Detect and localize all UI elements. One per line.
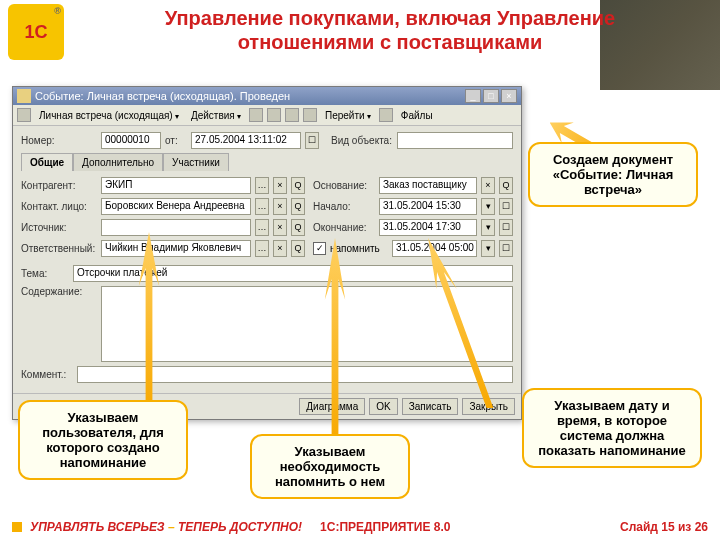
resp-field[interactable]: Чийкин Владимир Яковлевич bbox=[101, 240, 251, 257]
tab-general[interactable]: Общие bbox=[21, 153, 73, 171]
osn-clear-icon[interactable]: × bbox=[481, 177, 495, 194]
window-titlebar[interactable]: Событие: Личная встреча (исходящая). Про… bbox=[13, 87, 521, 105]
contr-label: Контрагент: bbox=[21, 180, 97, 191]
logo-reg: ® bbox=[54, 6, 61, 16]
close-button[interactable]: × bbox=[501, 89, 517, 103]
tb-icon3[interactable] bbox=[267, 108, 281, 122]
footer-tagline: УПРАВЛЯТЬ ВСЕРЬЕЗ – ТЕПЕРЬ ДОСТУПНО! bbox=[30, 520, 302, 534]
content-label: Содержание: bbox=[21, 286, 97, 297]
tabs: Общие Дополнительно Участники bbox=[21, 153, 513, 171]
remind-cal-icon[interactable]: ☐ bbox=[499, 240, 513, 257]
tb-icon[interactable] bbox=[17, 108, 31, 122]
date-field[interactable]: 27.05.2004 13:11:02 bbox=[191, 132, 301, 149]
comment-label: Коммент.: bbox=[21, 369, 73, 380]
logo-1c: 1C ® bbox=[8, 4, 64, 60]
contact-label: Контакт. лицо: bbox=[21, 201, 97, 212]
start-cal-icon[interactable]: ☐ bbox=[499, 198, 513, 215]
resp-label: Ответственный: bbox=[21, 243, 97, 254]
contr-select-icon[interactable]: … bbox=[255, 177, 269, 194]
footer-product: 1С:ПРЕДПРИЯТИЕ 8.0 bbox=[320, 520, 450, 534]
title-line2: отношениями с поставщиками bbox=[72, 30, 708, 54]
slide-header: 1C ® Управление покупками, включая Управ… bbox=[0, 0, 720, 66]
src-search-icon[interactable]: Q bbox=[291, 219, 305, 236]
tab-participants[interactable]: Участники bbox=[163, 153, 229, 171]
end-cal-icon[interactable]: ☐ bbox=[499, 219, 513, 236]
toolbar: Личная встреча (исходящая) Действия Пере… bbox=[13, 105, 521, 126]
contr-field[interactable]: ЭКИП bbox=[101, 177, 251, 194]
tb-type-dropdown[interactable]: Личная встреча (исходящая) bbox=[35, 109, 183, 122]
remind-checkbox[interactable]: ✓ bbox=[313, 242, 326, 255]
subject-label: Тема: bbox=[21, 268, 69, 279]
tb-icon6[interactable] bbox=[379, 108, 393, 122]
tb-goto-dropdown[interactable]: Перейти bbox=[321, 109, 375, 122]
date-label: от: bbox=[165, 135, 187, 146]
app-window: Событие: Личная встреча (исходящая). Про… bbox=[12, 86, 522, 420]
tab-additional[interactable]: Дополнительно bbox=[73, 153, 163, 171]
footer: УПРАВЛЯТЬ ВСЕРЬЕЗ – ТЕПЕРЬ ДОСТУПНО! 1С:… bbox=[0, 520, 720, 534]
slide-counter: Слайд 15 из 26 bbox=[620, 520, 708, 534]
tagline-b: ТЕПЕРЬ ДОСТУПНО! bbox=[178, 520, 302, 534]
resp-select-icon[interactable]: … bbox=[255, 240, 269, 257]
maximize-button[interactable]: □ bbox=[483, 89, 499, 103]
num-field[interactable]: 00000010 bbox=[101, 132, 161, 149]
contact-select-icon[interactable]: … bbox=[255, 198, 269, 215]
vidob-field[interactable] bbox=[397, 132, 513, 149]
start-field[interactable]: 31.05.2004 15:30 bbox=[379, 198, 477, 215]
form-body: Номер: 00000010 от: 27.05.2004 13:11:02 … bbox=[13, 126, 521, 393]
tb-icon5[interactable] bbox=[303, 108, 317, 122]
start-dd-icon[interactable]: ▾ bbox=[481, 198, 495, 215]
src-clear-icon[interactable]: × bbox=[273, 219, 287, 236]
src-field[interactable] bbox=[101, 219, 251, 236]
src-label: Источник: bbox=[21, 222, 97, 233]
callout-need-remind: Указываем необходимость напомнить о нем bbox=[250, 434, 410, 499]
osn-label: Основание: bbox=[313, 180, 375, 191]
save-button[interactable]: Записать bbox=[402, 398, 459, 415]
num-label: Номер: bbox=[21, 135, 97, 146]
callout-datetime: Указываем дату и время, в которое систем… bbox=[522, 388, 702, 468]
end-dd-icon[interactable]: ▾ bbox=[481, 219, 495, 236]
tb-icon2[interactable] bbox=[249, 108, 263, 122]
slide-title: Управление покупками, включая Управление… bbox=[72, 6, 708, 54]
tagline-dash: – bbox=[165, 520, 178, 534]
callout-user: Указываем пользователя, для которого соз… bbox=[18, 400, 188, 480]
resp-search-icon[interactable]: Q bbox=[291, 240, 305, 257]
tb-icon4[interactable] bbox=[285, 108, 299, 122]
osn-field[interactable]: Заказ поставщику bbox=[379, 177, 477, 194]
ok-button[interactable]: OK bbox=[369, 398, 397, 415]
src-select-icon[interactable]: … bbox=[255, 219, 269, 236]
end-field[interactable]: 31.05.2004 17:30 bbox=[379, 219, 477, 236]
vidob-label: Вид объекта: bbox=[331, 135, 393, 146]
remind-dd-icon[interactable]: ▾ bbox=[481, 240, 495, 257]
window-controls: _ □ × bbox=[465, 89, 517, 103]
contr-clear-icon[interactable]: × bbox=[273, 177, 287, 194]
end-label: Окончание: bbox=[313, 222, 375, 233]
tagline-a: УПРАВЛЯТЬ ВСЕРЬЕЗ bbox=[30, 520, 165, 534]
contact-clear-icon[interactable]: × bbox=[273, 198, 287, 215]
title-line1: Управление покупками, включая Управление bbox=[72, 6, 708, 30]
window-icon bbox=[17, 89, 31, 103]
date-picker-icon[interactable]: ☐ bbox=[305, 132, 319, 149]
contact-search-icon[interactable]: Q bbox=[291, 198, 305, 215]
footer-bullet-icon bbox=[12, 522, 22, 532]
start-label: Начало: bbox=[313, 201, 375, 212]
tb-files[interactable]: Файлы bbox=[397, 109, 437, 122]
logo-text: 1C bbox=[24, 22, 47, 43]
contr-search-icon[interactable]: Q bbox=[291, 177, 305, 194]
tb-actions-dropdown[interactable]: Действия bbox=[187, 109, 245, 122]
osn-search-icon[interactable]: Q bbox=[499, 177, 513, 194]
contact-field[interactable]: Боровских Венера Андреевна bbox=[101, 198, 251, 215]
resp-clear-icon[interactable]: × bbox=[273, 240, 287, 257]
callout-create-doc: Создаем документ «Событие: Личная встреч… bbox=[528, 142, 698, 207]
comment-field[interactable] bbox=[77, 366, 513, 383]
window-title-text: Событие: Личная встреча (исходящая). Про… bbox=[35, 90, 290, 102]
minimize-button[interactable]: _ bbox=[465, 89, 481, 103]
remind-label: напомнить bbox=[330, 243, 388, 254]
